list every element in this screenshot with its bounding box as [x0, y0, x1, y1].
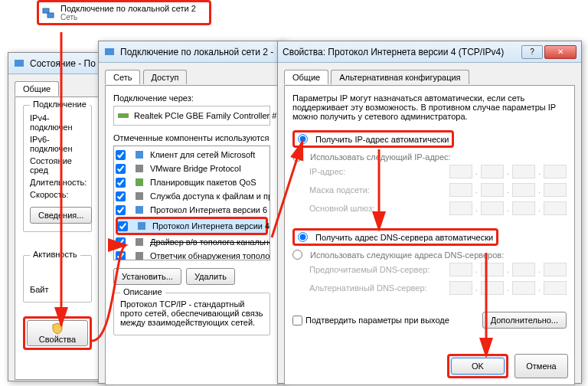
client-icon [133, 149, 145, 161]
svg-rect-10 [138, 222, 145, 230]
adapter-name: Realtek PCIe GBE Family Controller # [134, 111, 276, 120]
close-button[interactable]: ✕ [544, 45, 577, 59]
window-title: Состояние - По [30, 58, 102, 69]
intro-text: Параметры IP могут назначаться автоматич… [292, 93, 567, 121]
responder-icon [133, 250, 145, 260]
confirm-exit-label: Подтвердить параметры при выходе [305, 316, 449, 325]
bytes-label: Байт [30, 285, 85, 294]
svg-rect-6 [136, 165, 143, 172]
cancel-button[interactable]: Отмена [514, 354, 568, 378]
install-button[interactable]: Установить... [113, 268, 181, 285]
dns-manual-radio[interactable] [292, 250, 302, 260]
duration-label: Длительность: [30, 176, 85, 188]
connection-type: Сеть [60, 13, 196, 21]
svg-rect-4 [118, 113, 129, 118]
status-window: Состояние - По Общие Подключение IPv4-по… [8, 52, 107, 381]
ip-auto-radio[interactable] [298, 134, 308, 144]
ipv4-label: IPv4-подключен [30, 112, 85, 133]
connection-properties-window: Подключение по локальной сети 2 - Сеть Д… [98, 41, 286, 384]
tab-general[interactable]: Общие [284, 70, 328, 84]
dns-auto-radio[interactable] [298, 232, 308, 242]
properties-button[interactable]: Свойства [27, 320, 88, 346]
svg-rect-12 [136, 252, 143, 260]
shield-icon [51, 322, 64, 335]
svg-rect-3 [105, 48, 114, 55]
connection-name: Подключение по локальной сети 2 [60, 4, 196, 13]
window-title: Свойства: Протокол Интернета версии 4 (T… [283, 47, 521, 57]
adapter-icon [117, 110, 129, 122]
svg-rect-5 [136, 151, 143, 159]
dns-alt-field: ... [449, 281, 567, 295]
tab-network[interactable]: Сеть [105, 70, 140, 84]
tab-general[interactable]: Общие [15, 81, 59, 96]
description-title: Описание [120, 287, 165, 296]
list-item[interactable]: Планировщик пакетов QoS [116, 175, 268, 189]
tab-alt-config[interactable]: Альтернативная конфигурация [331, 70, 469, 84]
protocol-icon [136, 220, 148, 232]
ip-auto-label: Получить IP-адрес автоматически [315, 135, 449, 144]
list-item[interactable]: Клиент для сетей Microsoft [116, 148, 268, 162]
help-button[interactable]: ? [521, 45, 543, 59]
gateway-label: Основной шлюз: [309, 204, 374, 213]
dns-pref-field: ... [449, 263, 567, 276]
connection-section-label: Подключение [30, 100, 90, 109]
dns-pref-label: Предпочитаемый DNS-сервер: [309, 265, 430, 274]
dns-alt-label: Альтернативный DNS-сервер: [309, 283, 427, 293]
ip-manual-radio[interactable] [292, 152, 302, 162]
details-button[interactable]: Сведения... [30, 207, 92, 224]
gateway-field: ... [449, 201, 567, 215]
dns-auto-label: Получить адрес DNS-сервера автоматически [315, 233, 493, 242]
ip-address-label: IP-адрес: [309, 167, 345, 176]
ipv6-label: IPv6-подключен [30, 133, 85, 155]
speed-label: Скорость: [30, 188, 85, 201]
components-label: Отмеченные компоненты используются [113, 133, 270, 142]
ip-address-field: ... [449, 165, 567, 178]
network-icon [13, 57, 25, 70]
activity-section-label: Активность [30, 250, 80, 259]
service-icon [133, 190, 145, 202]
subnet-field: ... [449, 183, 567, 197]
svg-rect-1 [47, 13, 54, 18]
confirm-exit-checkbox[interactable] [292, 316, 302, 325]
svg-rect-2 [15, 60, 24, 67]
svg-rect-8 [136, 192, 143, 200]
list-item[interactable]: Служба доступа к файлам и при [116, 189, 268, 203]
bridge-icon [133, 162, 145, 175]
list-item[interactable]: Ответчик обнаружения тополог [116, 249, 268, 260]
ip-manual-label: Использовать следующий IP-адрес: [310, 152, 451, 162]
list-item[interactable]: Драйвер в/в тополога канального [116, 235, 268, 249]
tab-access[interactable]: Доступ [143, 70, 188, 84]
svg-rect-7 [136, 178, 143, 186]
network-icon [103, 46, 116, 58]
driver-icon [133, 236, 145, 248]
media-label: Состояние сред [30, 155, 85, 176]
window-title: Подключение по локальной сети 2 - [120, 47, 280, 57]
list-item[interactable]: Протокол Интернета версии 6 ( [116, 203, 268, 217]
ok-button[interactable]: OK [451, 358, 505, 375]
network-icon [42, 7, 54, 19]
svg-rect-9 [136, 206, 143, 214]
description-text: Протокол TCP/IP - стандартный прото сете… [120, 299, 263, 327]
svg-rect-11 [136, 238, 143, 246]
advanced-button[interactable]: Дополнительно... [482, 312, 567, 329]
tcpip-properties-window: Свойства: Протокол Интернета версии 4 (T… [277, 41, 582, 384]
protocol-icon [133, 204, 145, 216]
svg-rect-0 [43, 8, 49, 13]
dns-manual-label: Использовать следующие адреса DNS-сервер… [310, 250, 504, 260]
lan-connection-desktop-item[interactable]: Подключение по локальной сети 2 Сеть [37, 0, 211, 25]
remove-button[interactable]: Удалить [186, 268, 235, 285]
subnet-label: Маска подсети: [309, 185, 370, 195]
list-item[interactable]: VMware Bridge Protocol [116, 162, 268, 175]
list-item-tcpipv4[interactable]: Протокол Интернета версии 4 ( [116, 217, 268, 235]
qos-icon [133, 176, 145, 188]
connect-via-label: Подключение через: [113, 93, 270, 103]
components-list[interactable]: Клиент для сетей Microsoft VMware Bridge… [113, 146, 270, 260]
